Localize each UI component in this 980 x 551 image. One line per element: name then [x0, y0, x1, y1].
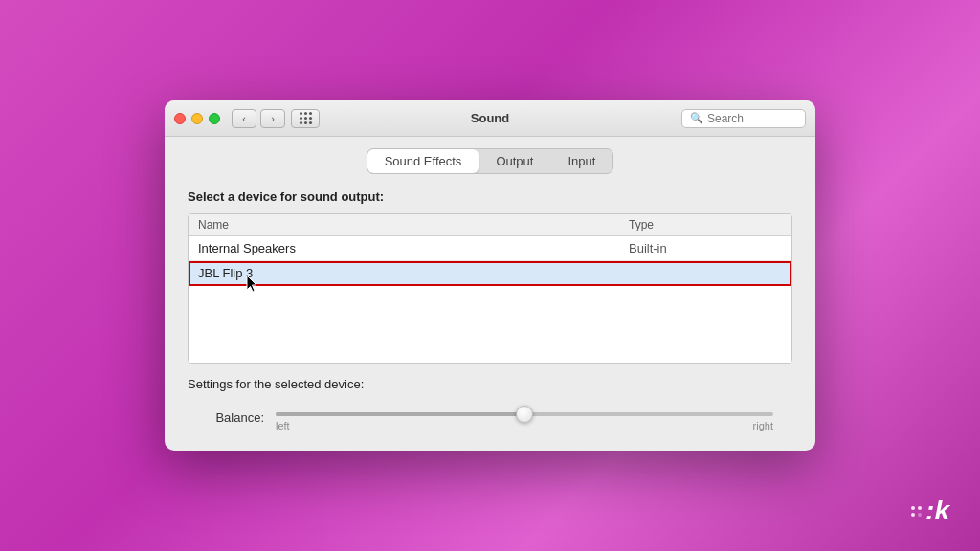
- slider-right-label: right: [753, 420, 773, 431]
- close-button[interactable]: [174, 113, 186, 124]
- watermark-k: :k: [925, 497, 949, 524]
- search-box[interactable]: 🔍: [681, 109, 806, 128]
- row-device-type: Built-in: [629, 241, 782, 255]
- slider-container: left right: [276, 403, 773, 431]
- tab-output[interactable]: Output: [479, 149, 550, 173]
- search-icon: 🔍: [690, 112, 703, 124]
- search-input[interactable]: [707, 112, 797, 125]
- col-type-header: Type: [629, 218, 782, 231]
- slider-thumb[interactable]: [516, 406, 533, 423]
- col-name-header: Name: [198, 218, 629, 231]
- table-header: Name Type: [189, 214, 791, 236]
- row-device-name: JBL Flip 3: [198, 266, 629, 280]
- cursor-icon: [246, 275, 259, 294]
- tabs: Sound Effects Output Input: [367, 148, 614, 174]
- nav-buttons: ‹ ›: [232, 109, 285, 128]
- balance-slider[interactable]: [276, 412, 773, 416]
- forward-button[interactable]: ›: [260, 109, 285, 128]
- content: Select a device for sound output: Name T…: [165, 174, 815, 451]
- device-table: Name Type Internal Speakers Built-in JBL…: [188, 213, 792, 364]
- window: ‹ › Sound 🔍 Sound Effects Output Input S…: [165, 100, 815, 451]
- row-device-name: Internal Speakers: [198, 241, 629, 255]
- settings-title: Settings for the selected device:: [188, 377, 792, 391]
- maximize-button[interactable]: [209, 113, 220, 124]
- slider-fill: [276, 412, 524, 416]
- table-row-selected[interactable]: JBL Flip 3: [189, 261, 791, 286]
- tab-sound-effects[interactable]: Sound Effects: [368, 149, 479, 173]
- table-empty-space: [189, 286, 791, 363]
- back-button[interactable]: ‹: [232, 109, 256, 128]
- tabs-container: Sound Effects Output Input: [165, 137, 815, 174]
- balance-label: Balance:: [207, 410, 264, 425]
- table-row[interactable]: Internal Speakers Built-in: [189, 236, 791, 261]
- settings-section: Settings for the selected device: Balanc…: [188, 377, 792, 431]
- traffic-lights: [174, 113, 220, 124]
- tab-input[interactable]: Input: [550, 149, 612, 173]
- window-title: Sound: [471, 111, 509, 125]
- balance-row: Balance: left right: [188, 403, 792, 431]
- watermark: :k: [911, 497, 949, 524]
- minimize-button[interactable]: [191, 113, 203, 124]
- titlebar: ‹ › Sound 🔍: [165, 100, 815, 137]
- section-title: Select a device for sound output:: [188, 189, 792, 204]
- slider-left-label: left: [276, 420, 290, 431]
- grid-button[interactable]: [291, 109, 320, 128]
- watermark-dots: [911, 506, 922, 517]
